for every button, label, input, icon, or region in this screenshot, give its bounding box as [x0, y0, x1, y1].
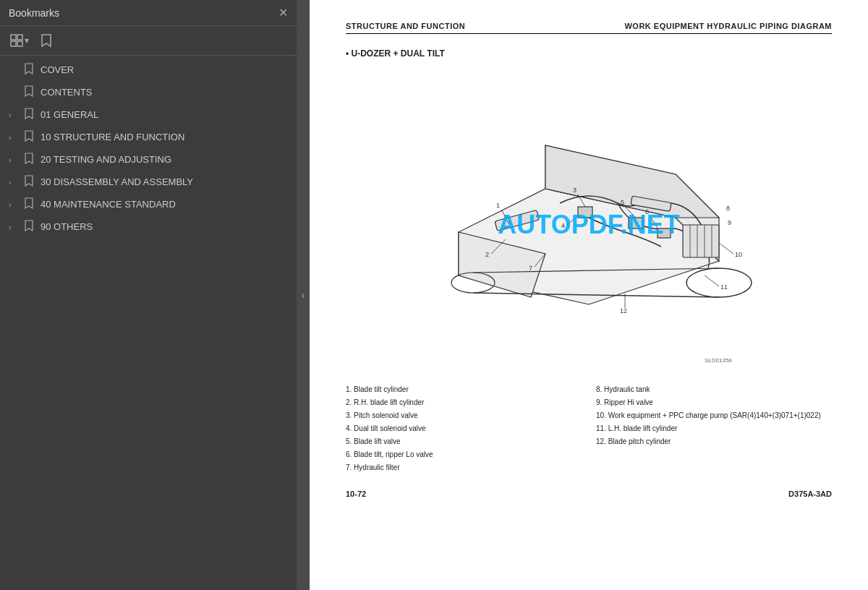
doc-header-left: STRUCTURE AND FUNCTION: [346, 22, 465, 30]
no-chevron: [9, 66, 20, 74]
part-10: 10. Work equipment + PPC charge pump (SA…: [596, 410, 832, 421]
doc-page-number: 10-72: [346, 489, 366, 498]
bookmark-icon-20: [25, 153, 36, 166]
svg-text:7: 7: [529, 265, 532, 272]
sidebar-toolbar: ▾: [0, 26, 297, 56]
part-12: 12. Blade pitch cylinder: [596, 436, 832, 447]
svg-line-36: [705, 275, 719, 286]
svg-rect-12: [658, 228, 671, 238]
sidebar: Bookmarks ✕ ▾ COVER: [0, 0, 297, 590]
part-2: 2. R.H. blade lift cylinder: [346, 397, 582, 408]
bookmark-icon-10: [25, 130, 36, 144]
svg-text:11: 11: [720, 283, 728, 291]
document-area[interactable]: STRUCTURE AND FUNCTION WORK EQUIPMENT HY…: [310, 0, 868, 590]
part-5: 5. Blade lift valve: [346, 436, 582, 447]
parts-col-1: 1. Blade tilt cylinder 2. R.H. blade lif…: [346, 384, 582, 475]
bookmark-icon-40: [25, 197, 36, 211]
main-content: ‹ STRUCTURE AND FUNCTION WORK EQUIPMENT …: [297, 0, 868, 590]
part-6: 6. Blade tilt, ripper Lo valve: [346, 449, 582, 460]
svg-text:8: 8: [726, 205, 730, 212]
part-8: 8. Hydraulic tank: [596, 384, 832, 395]
sidebar-item-40-maintenance[interactable]: › 40 MAINTENANCE STANDARD: [0, 193, 297, 215]
chevron-20: ›: [9, 155, 20, 164]
bookmark-icon-cover: [25, 63, 36, 77]
part-3: 3. Pitch solenoid valve: [346, 410, 582, 421]
sidebar-label-90: 90 OTHERS: [41, 221, 291, 232]
part-9: 9. Ripper Hi valve: [596, 397, 832, 408]
chevron-30: ›: [9, 178, 20, 187]
sidebar-header: Bookmarks ✕: [0, 0, 297, 26]
sidebar-item-20-testing[interactable]: › 20 TESTING AND ADJUSTING: [0, 148, 297, 171]
part-7: 7. Hydraulic filter: [346, 462, 582, 473]
svg-rect-1: [17, 35, 22, 40]
bookmark-icon-01: [25, 108, 36, 121]
doc-subtitle: • U-DOZER + DUAL TILT: [346, 48, 832, 59]
close-button[interactable]: ✕: [278, 6, 288, 20]
diagram-container: AUTOPDF.NET: [346, 73, 832, 377]
sidebar-label-01: 01 GENERAL: [41, 109, 291, 120]
part-1: 1. Blade tilt cylinder: [346, 384, 582, 395]
doc-header: STRUCTURE AND FUNCTION WORK EQUIPMENT HY…: [346, 22, 832, 34]
svg-text:9: 9: [728, 219, 731, 226]
sidebar-label-contents: CONTENTS: [41, 87, 291, 98]
doc-header-right: WORK EQUIPMENT HYDRAULIC PIPING DIAGRAM: [624, 22, 832, 30]
chevron-01-general: ›: [9, 111, 20, 119]
svg-rect-0: [11, 35, 16, 40]
bookmark-icon-30: [25, 175, 36, 189]
bookmark-icon-contents: [25, 85, 36, 99]
sidebar-item-cover[interactable]: COVER: [0, 59, 297, 81]
chevron-40: ›: [9, 200, 20, 209]
sidebar-label-cover: COVER: [41, 64, 291, 75]
sidebar-item-01-general[interactable]: › 01 GENERAL: [0, 103, 297, 126]
sidebar-item-30-disassembly[interactable]: › 30 DISASSEMBLY AND ASSEMBLY: [0, 171, 297, 193]
dropdown-arrow: ▾: [25, 35, 29, 46]
svg-text:6: 6: [645, 208, 649, 215]
svg-rect-13: [683, 225, 719, 257]
svg-text:2: 2: [485, 251, 489, 258]
svg-text:1: 1: [496, 202, 500, 209]
bookmark-action-button[interactable]: [38, 30, 55, 51]
svg-text:10: 10: [735, 251, 742, 258]
svg-text:12: 12: [620, 307, 627, 315]
part-4: 4. Dual tilt solenoid valve: [346, 423, 582, 434]
sidebar-item-10-structure[interactable]: › 10 STRUCTURE AND FUNCTION: [0, 126, 297, 148]
bookmark-icon-90: [25, 220, 36, 234]
bookmark-icon: [41, 33, 52, 48]
sidebar-label-30: 30 DISASSEMBLY AND ASSEMBLY: [41, 176, 291, 187]
sidebar-label-20: 20 TESTING AND ADJUSTING: [41, 154, 291, 165]
bookmarks-list[interactable]: COVER CONTENTS › 01 GENERAL › 10 STRUCTU…: [0, 56, 297, 590]
svg-text:SLD01358: SLD01358: [705, 357, 732, 364]
chevron-90: ›: [9, 223, 20, 231]
svg-text:5: 5: [621, 199, 624, 206]
doc-footer: 10-72 D375A-3AD: [346, 489, 832, 498]
svg-rect-2: [11, 41, 16, 46]
parts-list: 1. Blade tilt cylinder 2. R.H. blade lif…: [346, 384, 832, 475]
hydraulic-diagram: 1 2 3 4 5 6 7 8: [401, 73, 777, 377]
view-toggle-button[interactable]: ▾: [7, 31, 32, 50]
svg-point-40: [686, 268, 752, 297]
page-toggle-button[interactable]: ‹: [297, 0, 310, 590]
sidebar-label-40: 40 MAINTENANCE STANDARD: [41, 199, 291, 210]
sidebar-title: Bookmarks: [9, 7, 59, 19]
chevron-10: ›: [9, 133, 20, 142]
sidebar-label-10: 10 STRUCTURE AND FUNCTION: [41, 132, 291, 142]
doc-model-number: D375A-3AD: [788, 489, 832, 498]
parts-col-2: 8. Hydraulic tank 9. Ripper Hi valve 10.…: [596, 384, 832, 475]
svg-rect-3: [17, 41, 22, 46]
part-11: 11. L.H. blade lift cylinder: [596, 423, 832, 434]
sidebar-item-90-others[interactable]: › 90 OTHERS: [0, 215, 297, 238]
sidebar-item-contents[interactable]: CONTENTS: [0, 81, 297, 103]
svg-line-34: [719, 243, 733, 254]
svg-rect-11: [629, 218, 643, 228]
svg-text:3: 3: [573, 187, 576, 194]
svg-rect-10: [578, 207, 592, 218]
svg-text:4: 4: [561, 222, 565, 229]
grid-icon: [10, 34, 25, 47]
no-chevron: [9, 88, 20, 97]
